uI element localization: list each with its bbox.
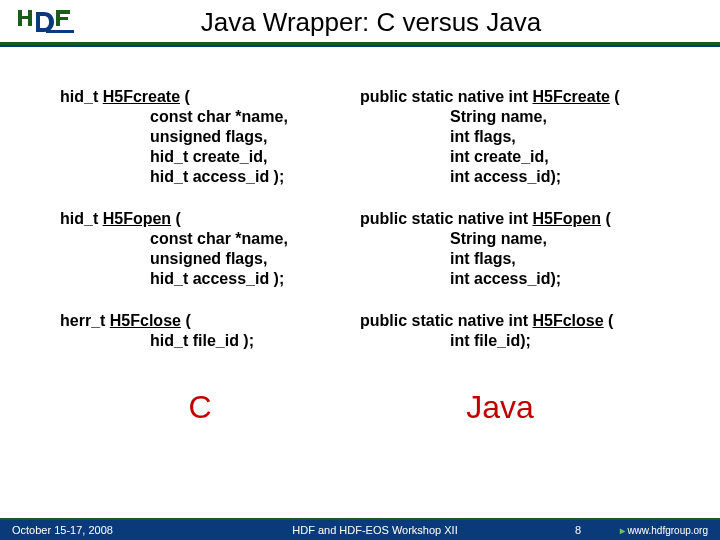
label-java: Java xyxy=(340,389,660,426)
c-h5fcreate: hid_t H5Fcreate ( const char *name, unsi… xyxy=(60,87,340,187)
c-column: hid_t H5Fcreate ( const char *name, unsi… xyxy=(60,87,340,373)
footer: October 15-17, 2008 HDF and HDF-EOS Work… xyxy=(0,518,720,540)
c-h5fopen: hid_t H5Fopen ( const char *name, unsign… xyxy=(60,209,340,289)
java-column: public static native int H5Fcreate ( Str… xyxy=(360,87,660,373)
header: Java Wrapper: C versus Java xyxy=(0,0,720,38)
label-c: C xyxy=(60,389,340,426)
footer-url: ▸ www.hdfgroup.org xyxy=(598,525,708,536)
java-h5fclose: public static native int H5Fclose ( int … xyxy=(360,311,660,351)
java-h5fopen: public static native int H5Fopen ( Strin… xyxy=(360,209,660,289)
java-h5fcreate: public static native int H5Fcreate ( Str… xyxy=(360,87,660,187)
column-labels: C Java xyxy=(0,389,720,426)
svg-rect-0 xyxy=(46,30,74,33)
content-area: hid_t H5Fcreate ( const char *name, unsi… xyxy=(0,47,720,383)
footer-title: HDF and HDF-EOS Workshop XII xyxy=(192,524,558,536)
footer-page: 8 xyxy=(558,524,598,536)
footer-date: October 15-17, 2008 xyxy=(12,524,192,536)
slide-title: Java Wrapper: C versus Java xyxy=(88,7,654,38)
c-h5fclose: herr_t H5Fclose ( hid_t file_id ); xyxy=(60,311,340,351)
hdf-logo xyxy=(16,6,74,38)
